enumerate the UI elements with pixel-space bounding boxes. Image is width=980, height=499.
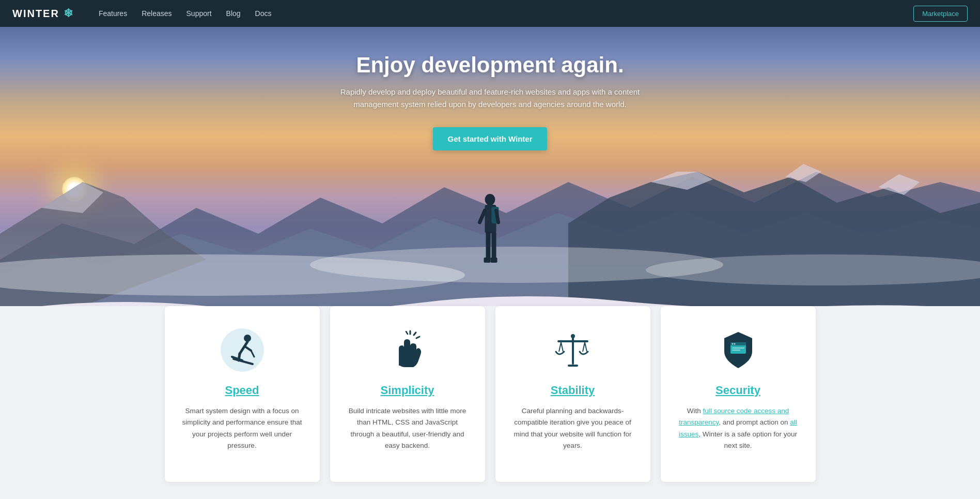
navigation: WINTER ❄ Features Releases Support Blog … xyxy=(0,0,980,27)
nav-releases[interactable]: Releases xyxy=(142,9,172,18)
svg-line-35 xyxy=(561,342,563,352)
feature-card-stability: Stability Careful planning and backwards… xyxy=(495,306,650,482)
logo[interactable]: WINTER ❄ xyxy=(12,7,74,20)
hero-content: Enjoy development again. Rapidly develop… xyxy=(335,53,645,150)
feature-card-security: Security With full source code access an… xyxy=(661,306,816,482)
svg-line-36 xyxy=(583,342,585,352)
feature-speed-desc: Smart system design with a focus on simp… xyxy=(179,405,305,451)
logo-text: WINTER xyxy=(12,8,59,20)
svg-rect-45 xyxy=(732,350,740,351)
hero-subtitle: Rapidly develop and deploy beautiful and… xyxy=(335,86,645,111)
security-icon xyxy=(715,327,761,373)
feature-stability-desc: Careful planning and backwards-compatibl… xyxy=(510,405,636,451)
svg-line-37 xyxy=(585,342,587,352)
nav-features[interactable]: Features xyxy=(99,9,127,18)
svg-rect-17 xyxy=(491,232,496,260)
features-section: Speed Smart system design with a focus o… xyxy=(0,306,980,499)
svg-line-14 xyxy=(479,210,485,222)
svg-line-29 xyxy=(414,332,416,335)
marketplace-button[interactable]: Marketplace xyxy=(913,6,968,22)
svg-rect-33 xyxy=(557,340,588,342)
svg-line-27 xyxy=(239,354,240,360)
feature-card-simplicity: Simplicity Build intricate websites with… xyxy=(330,306,485,482)
person-silhouette xyxy=(473,192,507,278)
nav-support[interactable]: Support xyxy=(186,9,212,18)
svg-line-31 xyxy=(406,331,408,334)
svg-point-39 xyxy=(571,334,575,338)
svg-point-42 xyxy=(732,343,733,345)
svg-line-30 xyxy=(416,337,419,338)
svg-line-15 xyxy=(496,210,498,222)
security-link-1[interactable]: full source code access and transparency xyxy=(679,407,789,426)
feature-speed-title[interactable]: Speed xyxy=(225,384,259,397)
svg-point-11 xyxy=(485,194,495,205)
svg-rect-16 xyxy=(486,232,490,260)
nav-blog[interactable]: Blog xyxy=(226,9,241,18)
nav-links: Features Releases Support Blog Docs xyxy=(99,9,913,18)
svg-point-43 xyxy=(734,343,735,345)
svg-rect-38 xyxy=(568,365,578,367)
stability-icon xyxy=(550,327,596,373)
feature-simplicity-title[interactable]: Simplicity xyxy=(381,384,434,397)
feature-security-desc: With full source code access and transpa… xyxy=(675,405,801,451)
feature-simplicity-desc: Build intricate websites with little mor… xyxy=(345,405,471,451)
simplicity-icon xyxy=(384,327,431,373)
svg-line-34 xyxy=(559,342,561,352)
hero-cta-button[interactable]: Get started with Winter xyxy=(433,127,547,150)
svg-rect-19 xyxy=(490,258,497,263)
svg-rect-18 xyxy=(484,258,490,263)
hero-section: Enjoy development again. Rapidly develop… xyxy=(0,27,980,337)
feature-card-speed: Speed Smart system design with a focus o… xyxy=(165,306,320,482)
feature-stability-title[interactable]: Stability xyxy=(551,384,595,397)
speed-icon xyxy=(219,327,266,373)
logo-snowflake-icon: ❄ xyxy=(64,7,74,20)
feature-security-title[interactable]: Security xyxy=(715,384,760,397)
nav-docs[interactable]: Docs xyxy=(255,9,272,18)
svg-rect-44 xyxy=(732,347,744,349)
hero-title: Enjoy development again. xyxy=(335,53,645,78)
